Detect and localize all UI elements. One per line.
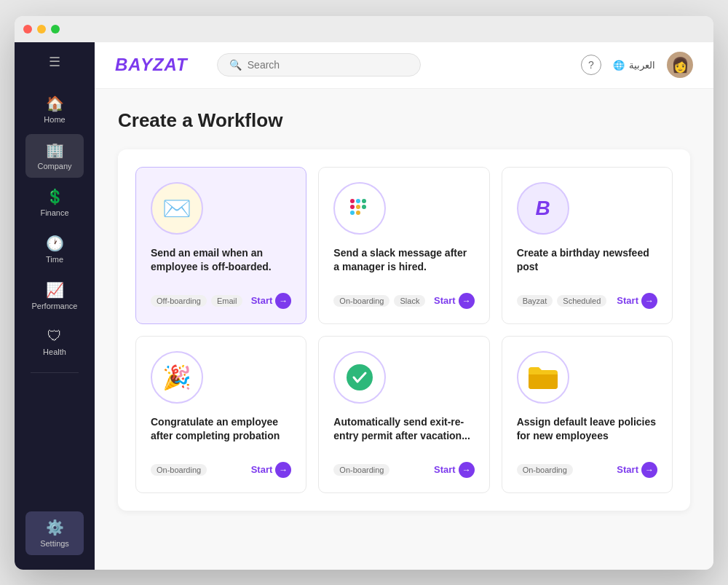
card-footer-5: On-boarding Start →: [333, 462, 474, 478]
svg-rect-4: [362, 205, 366, 209]
sidebar-label-settings: Settings: [40, 539, 69, 548]
start-arrow-6: →: [641, 462, 657, 478]
tag-onboarding-4: On-boarding: [151, 464, 207, 476]
page-content: Create a Workflow ✉️ Send an email when …: [95, 89, 713, 570]
sidebar: ☰ 🏠 Home 🏢 Company 💲 Finance 🕐 Time 📈 Pe…: [15, 42, 95, 570]
tag-onboarding-5: On-boarding: [333, 464, 389, 476]
start-arrow-5: →: [459, 462, 475, 478]
tag-bayzat: Bayzat: [517, 295, 553, 307]
sidebar-item-performance[interactable]: 📈 Performance: [25, 274, 84, 318]
card-icon-slack: [333, 182, 386, 235]
sidebar-item-settings[interactable]: ⚙️ Settings: [25, 511, 84, 555]
start-arrow-1: →: [275, 293, 291, 309]
sidebar-item-company[interactable]: 🏢 Company: [25, 134, 84, 178]
menu-icon[interactable]: ☰: [49, 54, 60, 70]
finance-icon: 💲: [46, 188, 64, 205]
card-footer-6: On-boarding Start →: [517, 462, 657, 478]
workflow-card-1[interactable]: ✉️ Send an email when an employee is off…: [135, 167, 306, 324]
sidebar-label-company: Company: [37, 162, 71, 170]
svg-rect-1: [350, 199, 355, 203]
sidebar-item-finance[interactable]: 💲 Finance: [25, 181, 84, 224]
main-area: BAYZAT 🔍 ? 🌐 العربية 👩: [95, 42, 713, 570]
sidebar-item-health[interactable]: 🛡 Health: [25, 321, 84, 364]
start-button-3[interactable]: Start →: [617, 293, 657, 309]
start-button-1[interactable]: Start →: [251, 293, 292, 309]
tag-offboarding: Off-boarding: [151, 295, 207, 307]
maximize-button[interactable]: [51, 25, 60, 34]
start-button-6[interactable]: Start →: [617, 462, 657, 478]
tag-onboarding-2: On-boarding: [333, 295, 389, 307]
card-icon-check: [333, 351, 386, 404]
page-title: Create a Workflow: [118, 109, 690, 132]
workflow-card-5[interactable]: Automatically send exit-re-entry permit …: [318, 336, 489, 493]
start-arrow-3: →: [641, 293, 657, 309]
sidebar-divider: [31, 372, 79, 373]
workflow-card-2[interactable]: Send a slack message after a manager is …: [318, 167, 489, 324]
tag-scheduled: Scheduled: [557, 295, 606, 307]
tag-email: Email: [211, 295, 243, 307]
tag-onboarding-6: On-boarding: [517, 464, 573, 476]
svg-rect-5: [356, 205, 360, 209]
card-title-5: Automatically send exit-re-entry permit …: [333, 415, 474, 450]
workflow-grid-container: ✉️ Send an email when an employee is off…: [118, 149, 690, 511]
tag-slack: Slack: [394, 295, 425, 307]
card-title-1: Send an email when an employee is off-bo…: [151, 246, 291, 281]
sidebar-label-performance: Performance: [32, 302, 78, 310]
card-footer-3: Bayzat Scheduled Start →: [517, 293, 657, 309]
card-icon-celebrate: 🎉: [151, 351, 203, 404]
sidebar-item-home[interactable]: 🏠 Home: [25, 87, 84, 131]
start-arrow-2: →: [459, 293, 475, 309]
language-button[interactable]: 🌐 العربية: [613, 60, 655, 71]
app-window: ☰ 🏠 Home 🏢 Company 💲 Finance 🕐 Time 📈 Pe…: [15, 16, 713, 570]
card-footer-1: Off-boarding Email Start →: [151, 293, 291, 309]
close-button[interactable]: [23, 25, 32, 34]
help-button[interactable]: ?: [581, 55, 601, 75]
card-icon-email: ✉️: [151, 182, 203, 235]
card-title-4: Congratulate an employee after completin…: [151, 415, 291, 450]
sidebar-item-time[interactable]: 🕐 Time: [25, 227, 84, 271]
sidebar-label-health: Health: [43, 348, 66, 356]
svg-rect-0: [350, 205, 355, 209]
header-actions: ? 🌐 العربية 👩: [581, 52, 693, 78]
home-icon: 🏠: [46, 95, 64, 112]
language-label: العربية: [629, 60, 655, 71]
titlebar: [15, 16, 713, 42]
svg-rect-2: [356, 199, 360, 203]
card-title-6: Assign default leave policies for new em…: [517, 415, 657, 450]
sidebar-label-finance: Finance: [40, 208, 68, 217]
workflow-card-3[interactable]: B Create a birthday newsfeed post Bayzat…: [502, 167, 673, 324]
search-bar[interactable]: 🔍: [217, 53, 421, 76]
card-icon-folder: [517, 351, 569, 404]
sidebar-label-home: Home: [44, 115, 65, 124]
card-footer-2: On-boarding Slack Start →: [333, 293, 474, 309]
globe-icon: 🌐: [613, 60, 625, 71]
workflow-card-6[interactable]: Assign default leave policies for new em…: [502, 336, 673, 493]
svg-rect-6: [356, 211, 360, 215]
logo: BAYZAT: [115, 55, 188, 75]
header: BAYZAT 🔍 ? 🌐 العربية 👩: [95, 42, 713, 89]
svg-point-8: [347, 364, 373, 390]
time-icon: 🕐: [46, 235, 64, 252]
start-arrow-4: →: [275, 462, 291, 478]
card-icon-bayzat: B: [517, 182, 569, 235]
card-footer-4: On-boarding Start →: [151, 462, 291, 478]
health-icon: 🛡: [47, 328, 62, 345]
search-icon: 🔍: [229, 59, 242, 71]
card-title-3: Create a birthday newsfeed post: [517, 246, 657, 281]
svg-rect-3: [362, 199, 366, 203]
start-button-5[interactable]: Start →: [434, 462, 475, 478]
workflow-card-4[interactable]: 🎉 Congratulate an employee after complet…: [135, 336, 306, 493]
sidebar-label-time: Time: [46, 255, 63, 264]
start-button-2[interactable]: Start →: [434, 293, 475, 309]
svg-rect-7: [350, 211, 355, 215]
start-button-4[interactable]: Start →: [251, 462, 292, 478]
minimize-button[interactable]: [37, 25, 46, 34]
performance-icon: 📈: [46, 281, 64, 299]
search-input[interactable]: [248, 59, 408, 71]
workflow-grid: ✉️ Send an email when an employee is off…: [135, 167, 673, 493]
company-icon: 🏢: [46, 141, 64, 159]
settings-icon: ⚙️: [46, 519, 64, 536]
app-body: ☰ 🏠 Home 🏢 Company 💲 Finance 🕐 Time 📈 Pe…: [15, 42, 713, 570]
card-title-2: Send a slack message after a manager is …: [333, 246, 474, 281]
avatar[interactable]: 👩: [667, 52, 693, 78]
